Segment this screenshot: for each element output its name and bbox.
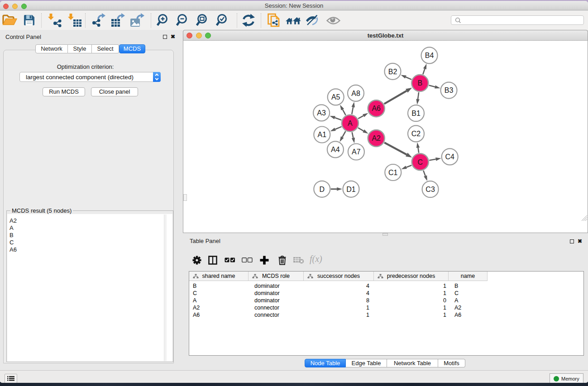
svg-text:C2: C2 (411, 130, 421, 138)
svg-text:A: A (348, 119, 353, 127)
svg-text:C3: C3 (425, 186, 435, 193)
svg-text:A5: A5 (331, 93, 340, 101)
svg-text:C4: C4 (445, 153, 454, 161)
svg-text:B3: B3 (445, 86, 454, 94)
svg-text:A2: A2 (372, 134, 381, 142)
svg-text:C: C (417, 158, 423, 166)
svg-text:D1: D1 (346, 186, 356, 193)
svg-text:D: D (320, 186, 325, 193)
svg-text:B: B (417, 79, 422, 87)
svg-text:B1: B1 (411, 110, 421, 117)
svg-text:A4: A4 (331, 146, 340, 153)
svg-text:A6: A6 (372, 105, 381, 112)
svg-text:B4: B4 (425, 52, 434, 59)
svg-text:A1: A1 (318, 131, 327, 138)
svg-text:A3: A3 (317, 109, 326, 117)
svg-text:B2: B2 (388, 68, 397, 76)
svg-text:C1: C1 (388, 169, 398, 176)
svg-text:A8: A8 (351, 90, 360, 97)
svg-text:A7: A7 (352, 148, 361, 156)
